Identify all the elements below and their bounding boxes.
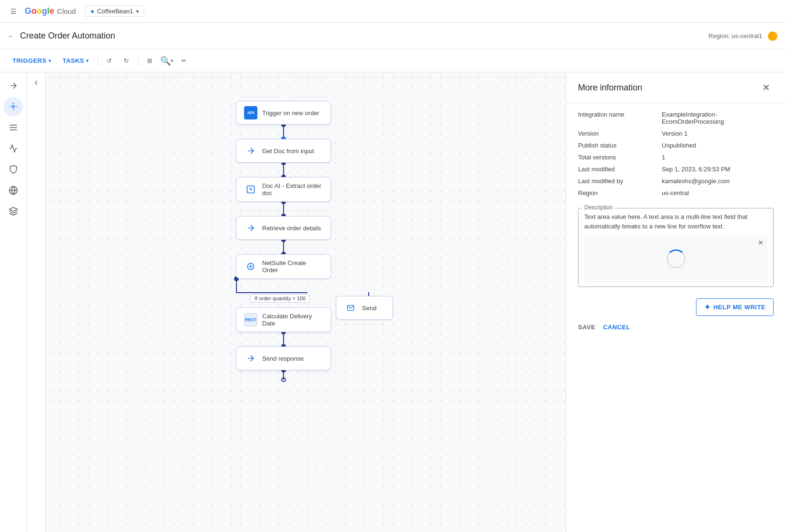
info-grid: Integration name ExampleIntegration-Ecom… bbox=[567, 103, 785, 204]
sidebar-item-globe[interactable] bbox=[4, 181, 23, 200]
region-value: us-central bbox=[662, 189, 774, 197]
triggers-button[interactable]: TRIGGERS ▾ bbox=[8, 54, 56, 67]
save-button[interactable]: SAVE bbox=[578, 324, 595, 331]
node-doc-ai-label: Doc AI - Extract order doc bbox=[262, 182, 323, 197]
node-get-doc[interactable]: Get Doc from input bbox=[236, 139, 331, 163]
doc-ai-icon bbox=[244, 183, 257, 196]
version-value: Version 1 bbox=[662, 130, 774, 137]
node-send-partial[interactable]: Send bbox=[336, 296, 393, 320]
left-sidebar bbox=[0, 72, 27, 532]
connector-2 bbox=[283, 163, 284, 177]
sidebar-item-active[interactable] bbox=[4, 97, 23, 116]
menu-icon[interactable]: ☰ bbox=[8, 6, 19, 17]
help-me-write-container: ✦ HELP ME WRITE bbox=[578, 298, 774, 316]
description-section: Description Text area value here. A text… bbox=[567, 204, 785, 295]
redo-icon: ↻ bbox=[124, 57, 129, 64]
connector-5 bbox=[283, 332, 284, 346]
sidebar-item-variables[interactable] bbox=[4, 202, 23, 221]
triggers-dropdown-icon: ▾ bbox=[49, 58, 51, 63]
sidebar-item-flow[interactable] bbox=[4, 76, 23, 95]
sidebar-item-list[interactable] bbox=[4, 118, 23, 137]
back-button[interactable]: ← bbox=[8, 32, 14, 40]
loading-spinner bbox=[667, 249, 686, 268]
version-label: Version bbox=[578, 130, 654, 137]
node-calculate[interactable]: REST Calculate Delivery Date bbox=[236, 307, 331, 332]
node-retrieve[interactable]: Retrieve order details bbox=[236, 216, 331, 240]
project-name: CoffeeBean1 bbox=[97, 8, 133, 15]
description-fieldset: Description Text area value here. A text… bbox=[578, 208, 774, 287]
page-title: Create Order Automation bbox=[20, 31, 703, 41]
inner-sidebar bbox=[27, 72, 46, 532]
tasks-label: TASKS bbox=[62, 57, 84, 64]
node-netsuite[interactable]: NetSuite Create Order bbox=[236, 254, 331, 279]
status-indicator bbox=[768, 31, 777, 41]
branch-connector-left bbox=[236, 279, 237, 293]
project-dropdown-icon: ▾ bbox=[136, 8, 139, 15]
close-overlay-icon: ✕ bbox=[758, 239, 764, 246]
zoom-icon: 🔍 bbox=[160, 56, 171, 66]
node-doc-ai[interactable]: Doc AI - Extract order doc bbox=[236, 177, 331, 202]
last-modified-label: Last modified bbox=[578, 166, 654, 173]
project-selector[interactable]: ● CoffeeBean1 ▾ bbox=[85, 5, 144, 17]
pen-button[interactable]: ✏ bbox=[177, 53, 192, 69]
publish-status-label: Publish status bbox=[578, 142, 654, 149]
canvas-area[interactable]: API Trigger on new order Get Doc from in… bbox=[46, 72, 566, 532]
loading-overlay: ✕ bbox=[584, 235, 767, 283]
integration-name-value: ExampleIntegration-EcomOrderProcessing bbox=[662, 111, 774, 125]
loading-inner bbox=[584, 235, 767, 283]
project-icon: ● bbox=[90, 8, 94, 15]
description-text[interactable]: Text area value here. A text area is a m… bbox=[584, 212, 767, 231]
sidebar-item-chart[interactable] bbox=[4, 139, 23, 158]
last-modified-by-value: kamaleshs@google.com bbox=[662, 177, 774, 185]
publish-status-value: Unpublished bbox=[662, 142, 774, 149]
undo-button[interactable]: ↺ bbox=[102, 53, 117, 69]
panel-title: More information bbox=[578, 83, 642, 93]
node-send-response[interactable]: Send response bbox=[236, 346, 331, 370]
node-retrieve-label: Retrieve order details bbox=[262, 225, 321, 232]
region-label: Region: us-central1 bbox=[708, 32, 762, 39]
connector-3 bbox=[283, 202, 284, 216]
node-trigger-label: Trigger on new order bbox=[262, 109, 319, 117]
connector-end bbox=[283, 370, 284, 380]
loading-close-button[interactable]: ✕ bbox=[758, 239, 764, 246]
api-icon: API bbox=[244, 106, 257, 119]
zoom-dropdown-icon: ▾ bbox=[171, 58, 173, 63]
layout-icon: ⊞ bbox=[147, 57, 152, 64]
inner-sidebar-toggle[interactable] bbox=[29, 76, 43, 89]
redo-button[interactable]: ↻ bbox=[119, 53, 134, 69]
node-netsuite-label: NetSuite Create Order bbox=[262, 259, 323, 274]
panel-header: More information ✕ bbox=[567, 72, 785, 103]
node-trigger[interactable]: API Trigger on new order bbox=[236, 101, 331, 125]
send-response-icon bbox=[244, 352, 257, 365]
google-cloud-logo: Google Cloud bbox=[25, 6, 76, 16]
undo-icon: ↺ bbox=[107, 57, 112, 64]
tasks-button[interactable]: TASKS ▾ bbox=[58, 54, 93, 67]
triggers-label: TRIGGERS bbox=[12, 57, 47, 64]
main-layout: API Trigger on new order Get Doc from in… bbox=[0, 72, 785, 532]
integration-name-label: Integration name bbox=[578, 111, 654, 125]
send-partial-container: Send bbox=[336, 296, 393, 320]
branch-line bbox=[236, 292, 307, 293]
last-modified-value: Sep 1, 2023, 6:29:53 PM bbox=[662, 166, 774, 173]
toolbar: TRIGGERS ▾ TASKS ▾ ↺ ↻ ⊞ 🔍 ▾ ✏ bbox=[0, 49, 785, 72]
connector-1 bbox=[283, 125, 284, 139]
node-calculate-label: Calculate Delivery Date bbox=[262, 313, 323, 327]
retrieve-icon bbox=[244, 221, 257, 235]
sidebar-item-security[interactable] bbox=[4, 160, 23, 179]
cancel-button[interactable]: CANCEL bbox=[603, 324, 630, 331]
topbar: ☰ Google Cloud ● CoffeeBean1 ▾ bbox=[0, 0, 785, 23]
svg-point-0 bbox=[12, 106, 14, 108]
zoom-button[interactable]: 🔍 ▾ bbox=[159, 53, 175, 69]
pen-icon: ✏ bbox=[181, 57, 186, 64]
layout-button[interactable]: ⊞ bbox=[142, 53, 157, 69]
panel-close-button[interactable]: ✕ bbox=[758, 80, 774, 95]
close-icon: ✕ bbox=[762, 82, 770, 93]
get-doc-icon bbox=[244, 144, 257, 158]
toolbar-divider-1 bbox=[98, 55, 98, 67]
help-me-write-button[interactable]: ✦ HELP ME WRITE bbox=[696, 298, 774, 316]
node-send-partial-label: Send bbox=[362, 305, 376, 312]
node-send-response-label: Send response bbox=[262, 355, 304, 362]
right-panel: More information ✕ Integration name Exam… bbox=[566, 72, 785, 532]
magic-wand-icon: ✦ bbox=[704, 303, 711, 312]
panel-actions: SAVE CANCEL bbox=[567, 320, 785, 338]
